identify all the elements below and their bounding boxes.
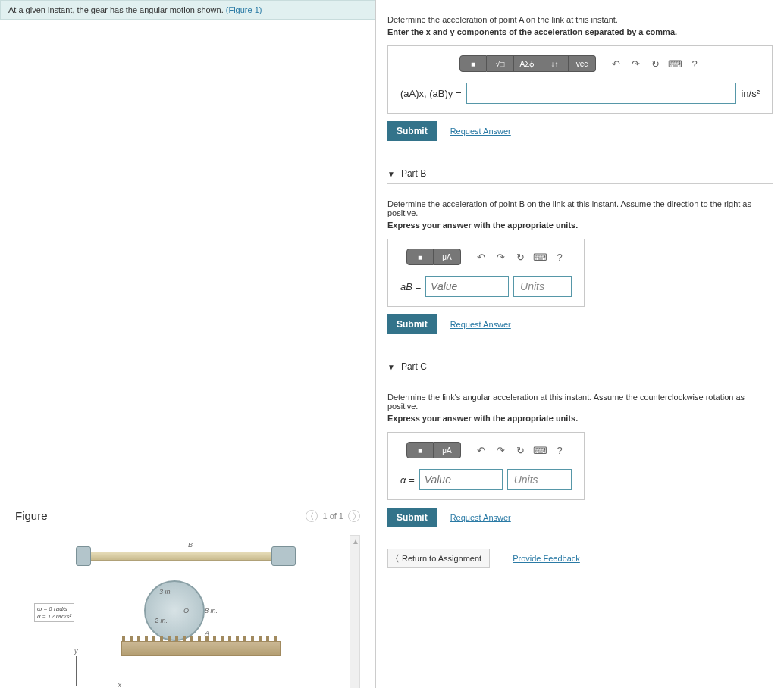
figure-prev-button[interactable]: 〈 (306, 510, 318, 522)
help-button[interactable]: ? (688, 58, 701, 70)
part-c-label: α = (400, 474, 415, 486)
keyboard-button[interactable]: ⌨ (669, 58, 681, 70)
figure-title: Figure (15, 509, 306, 522)
intro-banner: At a given instant, the gear has the ang… (0, 0, 375, 20)
tool-mu-button[interactable]: μA (434, 442, 461, 458)
omega-label: ω = 6 rad/s (37, 605, 67, 612)
figure-scroll[interactable]: ▲ ▼ (350, 535, 360, 688)
tool-vec-button[interactable]: vec (569, 55, 596, 72)
reset-button[interactable]: ↻ (649, 58, 661, 70)
dim-8in: 8 in. (205, 607, 218, 615)
return-button[interactable]: 〈 Return to Assignment (387, 549, 490, 568)
tool-arrows-button[interactable]: ↓↑ (541, 55, 569, 72)
part-b-request-link[interactable]: Request Answer (450, 320, 511, 329)
tool-template-button[interactable]: ■ (406, 442, 434, 458)
part-b-title: Part B (401, 168, 426, 179)
point-a-label: A (205, 630, 209, 637)
part-b-panel: ■ μA ↶ ↷ ↻ ⌨ ? aB = Units (387, 239, 585, 307)
undo-button[interactable]: ↶ (475, 444, 487, 456)
part-c-instruction: Express your answer with the appropriate… (387, 414, 773, 423)
part-b-header[interactable]: ▼ Part B (387, 164, 773, 184)
intro-text: At a given instant, the gear has the ang… (8, 5, 224, 14)
chevron-down-icon: ▼ (387, 170, 395, 178)
part-b-instruction: Express your answer with the appropriate… (387, 220, 773, 230)
redo-button[interactable]: ↷ (494, 251, 506, 263)
point-b-label: B (188, 541, 193, 549)
part-c-prompt: Determine the link's angular acceleratio… (387, 392, 773, 411)
keyboard-button[interactable]: ⌨ (534, 444, 546, 456)
part-a-input[interactable] (466, 83, 737, 104)
part-b-prompt: Determine the acceleration of point B on… (387, 199, 773, 217)
redo-button[interactable]: ↷ (494, 444, 506, 456)
part-b-submit-button[interactable]: Submit (387, 314, 437, 334)
figure-next-button[interactable]: 〉 (348, 510, 360, 522)
dim-3in: 3 in. (159, 588, 172, 596)
part-a-label: (aA)x, (aB)y = (400, 88, 462, 99)
part-c-units-input[interactable]: Units (507, 469, 572, 490)
part-a-prompt: Determine the acceleration of point A on… (387, 15, 773, 24)
alpha-label: α = 12 rad/s² (37, 613, 71, 620)
part-b-value-input[interactable] (425, 276, 509, 297)
keyboard-button[interactable]: ⌨ (534, 251, 546, 263)
feedback-link[interactable]: Provide Feedback (513, 554, 580, 563)
tool-template-button[interactable]: ■ (459, 55, 487, 72)
axis-y: y (74, 647, 78, 655)
undo-button[interactable]: ↶ (475, 251, 487, 263)
tool-mu-button[interactable]: μA (434, 249, 461, 265)
redo-button[interactable]: ↷ (629, 58, 641, 70)
part-b-units-input[interactable]: Units (513, 276, 572, 297)
tool-template-button[interactable]: ■ (406, 249, 434, 265)
part-c-value-input[interactable] (419, 469, 503, 490)
return-label: Return to Assignment (402, 554, 481, 563)
part-c-title: Part C (401, 361, 427, 372)
chevron-down-icon: ▼ (387, 363, 395, 371)
part-a-instruction: Enter the x and y components of the acce… (387, 27, 773, 36)
tool-sqrt-button[interactable]: √□ (487, 55, 514, 72)
part-a-submit-button[interactable]: Submit (387, 121, 437, 141)
part-a-request-link[interactable]: Request Answer (450, 127, 511, 136)
part-c-header[interactable]: ▼ Part C (387, 357, 773, 377)
tool-greek-button[interactable]: ΑΣϕ (514, 55, 541, 72)
help-button[interactable]: ? (554, 444, 566, 456)
figure-pager: 1 of 1 (322, 511, 343, 521)
figure-schematic: ω = 6 rad/s α = 12 rad/s² 3 in. 2 in. 8 … (76, 535, 296, 686)
part-c-submit-button[interactable]: Submit (387, 508, 437, 527)
part-a-panel: ■ √□ ΑΣϕ ↓↑ vec ↶ ↷ ↻ ⌨ ? (aA)x, (aB)y =… (387, 45, 773, 114)
dim-2in: 2 in. (155, 617, 168, 624)
axis-x: x (118, 681, 122, 688)
figure-link[interactable]: (Figure 1) (226, 5, 262, 14)
help-button[interactable]: ? (554, 251, 566, 263)
chevron-left-icon: 〈 (396, 553, 399, 563)
point-o-label: O (183, 607, 189, 615)
undo-button[interactable]: ↶ (610, 58, 622, 70)
reset-button[interactable]: ↻ (514, 444, 526, 456)
part-b-label: aB = (400, 281, 421, 292)
part-c-panel: ■ μA ↶ ↷ ↻ ⌨ ? α = Units (387, 432, 585, 500)
part-c-request-link[interactable]: Request Answer (450, 513, 511, 522)
reset-button[interactable]: ↻ (514, 251, 526, 263)
part-a-unit: in/s² (741, 88, 760, 99)
